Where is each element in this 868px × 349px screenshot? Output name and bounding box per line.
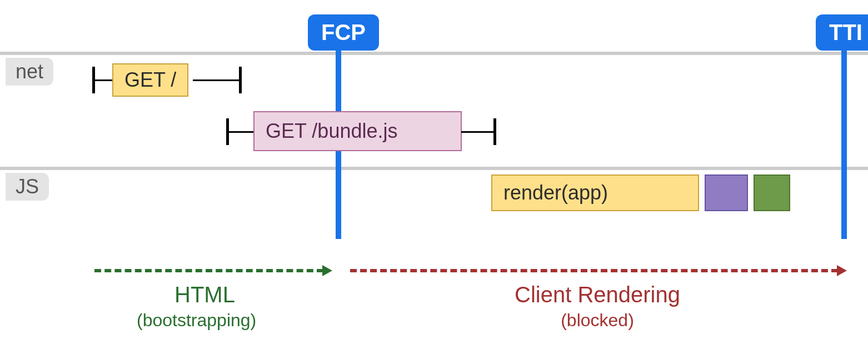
arrow-client-head [837, 265, 847, 276]
lane-label-js: JS [6, 173, 49, 201]
whisker-get-root-right [193, 79, 241, 81]
phase-html-subtitle: (bootstrapping) [137, 310, 256, 331]
lane-label-net: net [6, 58, 53, 86]
arrow-client [350, 269, 838, 272]
block-get-root: GET / [112, 63, 188, 97]
block-green [754, 174, 790, 211]
whisker-get-bundle-left [227, 131, 254, 133]
fcp-badge: FCP [308, 14, 379, 51]
phase-client-title: Client Rendering [378, 282, 817, 307]
hline-top [0, 52, 868, 55]
tick-get-bundle-end [493, 118, 496, 145]
phase-client-subtitle: (blocked) [378, 310, 817, 331]
tti-badge: TTI [816, 14, 868, 51]
block-get-bundle: GET /bundle.js [253, 111, 462, 151]
block-purple [705, 174, 748, 211]
phase-html-title: HTML [174, 282, 235, 307]
rendering-timeline-diagram: FCP TTI net JS GET / GET /bundle.js rend… [0, 0, 868, 349]
whisker-get-root-left [93, 79, 113, 81]
hline-mid [0, 167, 868, 170]
block-render-app: render(app) [491, 174, 699, 211]
tti-line [841, 50, 847, 239]
arrow-html-head [322, 265, 332, 276]
whisker-get-bundle-right [461, 131, 495, 133]
tick-get-root-end [239, 67, 242, 93]
arrow-html [94, 269, 323, 272]
